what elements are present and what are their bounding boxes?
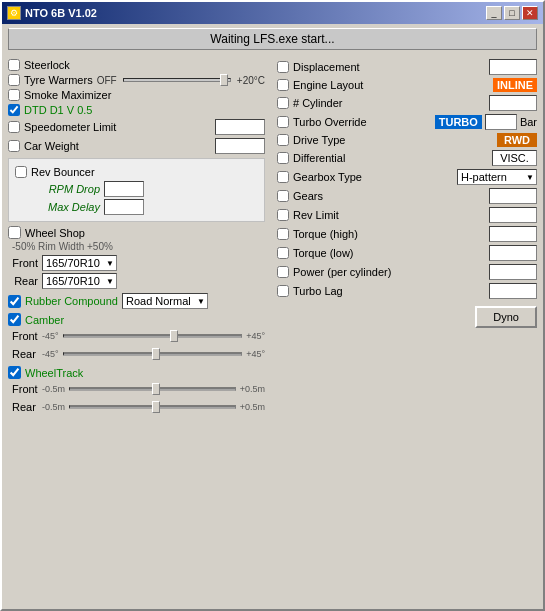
gearbox-type-checkbox[interactable]	[277, 171, 289, 183]
engine-layout-badge: INLINE	[493, 78, 537, 92]
car-weight-checkbox[interactable]	[8, 140, 20, 152]
camber-rear-row: Rear -45° +45°	[8, 346, 265, 362]
gears-input[interactable]: 6	[489, 188, 537, 204]
rubber-compound-checkbox[interactable]	[8, 295, 21, 308]
wheeltrack-label: WheelTrack	[25, 367, 83, 379]
camber-rear-min: -45°	[42, 349, 59, 359]
torque-low-label: Torque (low)	[293, 247, 485, 259]
camber-rear-slider[interactable]	[63, 346, 243, 362]
speedometer-limit-label: Speedometer Limit	[24, 121, 116, 133]
wheeltrack-front-label: Front	[12, 383, 40, 395]
wheel-shop-header: Wheel Shop	[8, 226, 265, 239]
max-delay-input[interactable]: 10	[104, 199, 144, 215]
wheel-front-select[interactable]: 165/70R10 175/70R10 185/70R10	[42, 255, 117, 271]
cylinder-row: # Cylinder 4	[277, 95, 537, 111]
turbo-controls: TURBO 1.2 Bar	[435, 114, 537, 130]
power-per-cylinder-checkbox[interactable]	[277, 266, 289, 278]
gearbox-type-select[interactable]: H-pattern Sequential Automatic	[457, 169, 537, 185]
camber-rear-thumb[interactable]	[152, 348, 160, 360]
wheel-rear-select[interactable]: 165/70R10 175/70R10 185/70R10	[42, 273, 117, 289]
bar-label: Bar	[520, 116, 537, 128]
camber-front-thumb[interactable]	[170, 330, 178, 342]
car-weight-row: Car Weight 1200	[8, 138, 265, 154]
cylinder-checkbox[interactable]	[277, 97, 289, 109]
displacement-checkbox[interactable]	[277, 61, 289, 73]
camber-front-row: Front -45° +45°	[8, 328, 265, 344]
rev-bouncer-checkbox[interactable]	[15, 166, 27, 178]
cylinder-input[interactable]: 4	[489, 95, 537, 111]
rev-limit-row: Rev Limit 783	[277, 207, 537, 223]
gearbox-select-wrapper: H-pattern Sequential Automatic	[457, 169, 537, 185]
main-content: Steerlock Tyre Warmers OFF +20°C Smoke M…	[2, 54, 543, 609]
dyno-button[interactable]: Dyno	[475, 306, 537, 328]
turbo-override-checkbox[interactable]	[277, 116, 289, 128]
torque-low-checkbox[interactable]	[277, 247, 289, 259]
rubber-compound-row: Rubber Compound Road Normal Road Soft Ro…	[8, 293, 265, 309]
displacement-row: Displacement 2000	[277, 59, 537, 75]
rpm-drop-row: RPM Drop 300	[15, 181, 258, 197]
wheel-shop-checkbox[interactable]	[8, 226, 21, 239]
drive-type-label: Drive Type	[293, 134, 493, 146]
wheeltrack-front-slider[interactable]	[69, 381, 236, 397]
title-bar: ⚙ NTO 6B V1.02 _ □ ✕	[2, 2, 543, 24]
gears-checkbox[interactable]	[277, 190, 289, 202]
turbo-lag-input[interactable]: 0.4	[489, 283, 537, 299]
displacement-input[interactable]: 2000	[489, 59, 537, 75]
rubber-compound-select[interactable]: Road Normal Road Soft Road Super Hybrid …	[122, 293, 208, 309]
power-per-cylinder-row: Power (per cylinder) 1	[277, 264, 537, 280]
minimize-button[interactable]: _	[486, 6, 502, 20]
power-per-cylinder-input[interactable]: 1	[489, 264, 537, 280]
speedometer-limit-checkbox[interactable]	[8, 121, 20, 133]
wheel-rear-label: Rear	[8, 275, 38, 287]
title-bar-left: ⚙ NTO 6B V1.02	[7, 6, 97, 20]
rpm-drop-input[interactable]: 300	[104, 181, 144, 197]
drive-type-checkbox[interactable]	[277, 134, 289, 146]
car-weight-input[interactable]: 1200	[215, 138, 265, 154]
steerlock-row: Steerlock	[8, 59, 265, 71]
tyre-warmers-label: Tyre Warmers	[24, 74, 93, 86]
torque-low-input[interactable]: 1.2	[489, 245, 537, 261]
wheeltrack-rear-slider[interactable]	[69, 399, 236, 415]
maximize-button[interactable]: □	[504, 6, 520, 20]
turbo-override-row: Turbo Override TURBO 1.2 Bar	[277, 114, 537, 130]
wheel-shop-label: Wheel Shop	[25, 227, 85, 239]
differential-checkbox[interactable]	[277, 152, 289, 164]
rev-limit-label: Rev Limit	[293, 209, 485, 221]
turbo-lag-checkbox[interactable]	[277, 285, 289, 297]
wheel-front-label: Front	[8, 257, 38, 269]
rev-limit-input[interactable]: 783	[489, 207, 537, 223]
cylinder-label: # Cylinder	[293, 97, 485, 109]
wheeltrack-front-max: +0.5m	[240, 384, 265, 394]
rubber-compound-label: Rubber Compound	[25, 295, 118, 307]
dtd-label: DTD D1 V 0.5	[24, 104, 92, 116]
wheeltrack-rear-thumb[interactable]	[152, 401, 160, 413]
wheeltrack-rear-label: Rear	[12, 401, 40, 413]
engine-layout-row: Engine Layout INLINE	[277, 78, 537, 92]
power-per-cylinder-label: Power (per cylinder)	[293, 266, 485, 278]
wheeltrack-front-min: -0.5m	[42, 384, 65, 394]
camber-checkbox[interactable]	[8, 313, 21, 326]
smoke-maximizer-checkbox[interactable]	[8, 89, 20, 101]
wheeltrack-front-thumb[interactable]	[152, 383, 160, 395]
steerlock-checkbox[interactable]	[8, 59, 20, 71]
rev-limit-checkbox[interactable]	[277, 209, 289, 221]
camber-front-slider[interactable]	[63, 328, 243, 344]
engine-layout-checkbox[interactable]	[277, 79, 289, 91]
tyre-warmers-row: Tyre Warmers OFF +20°C	[8, 74, 265, 86]
camber-rear-max: +45°	[246, 349, 265, 359]
turbo-value-input[interactable]: 1.2	[485, 114, 517, 130]
gears-row: Gears 6	[277, 188, 537, 204]
torque-high-input[interactable]: 1.6	[489, 226, 537, 242]
rim-width-label: -50% Rim Width +50%	[8, 241, 265, 252]
tyre-warmers-checkbox[interactable]	[8, 74, 20, 86]
dtd-checkbox[interactable]	[8, 104, 20, 116]
camber-rear-label: Rear	[12, 348, 40, 360]
differential-label: Differential	[293, 152, 488, 164]
speedometer-limit-input[interactable]: 180	[215, 119, 265, 135]
close-button[interactable]: ✕	[522, 6, 538, 20]
camber-front-max: +45°	[246, 331, 265, 341]
tyre-warmers-temp: +20°C	[237, 75, 265, 86]
tyre-warmers-slider-thumb[interactable]	[220, 74, 228, 86]
torque-high-checkbox[interactable]	[277, 228, 289, 240]
wheeltrack-checkbox[interactable]	[8, 366, 21, 379]
